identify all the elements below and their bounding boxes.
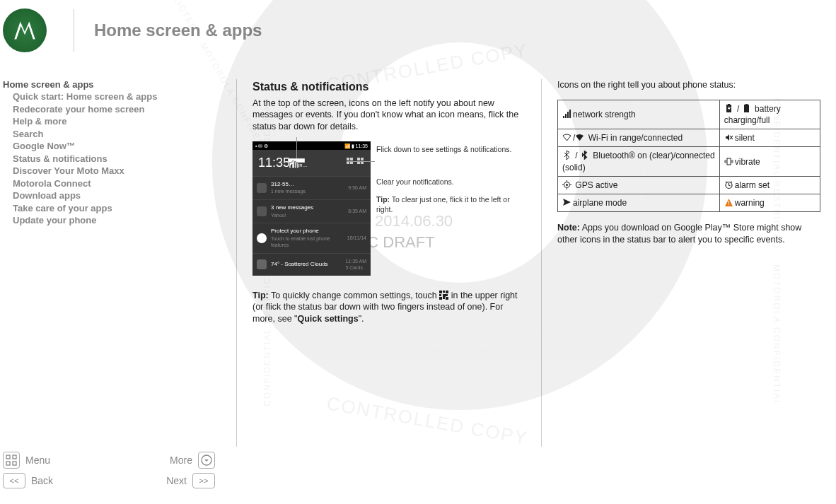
svg-rect-13: [443, 294, 446, 297]
weather-icon: [257, 259, 267, 269]
sidebar-item[interactable]: Search: [3, 128, 236, 141]
sidebar-item[interactable]: Motorola Connect: [3, 177, 236, 190]
drag-hand-icon: [288, 158, 305, 171]
svg-rect-12: [439, 294, 441, 296]
message-icon: [257, 183, 267, 193]
svg-rect-20: [744, 105, 749, 112]
svg-rect-9: [439, 291, 442, 293]
alarm-icon: [724, 180, 733, 189]
motorola-logo: [3, 8, 47, 52]
gps-icon: [562, 180, 571, 189]
svg-rect-10: [443, 291, 445, 293]
next-label: Next: [166, 475, 187, 486]
svg-rect-27: [728, 204, 729, 205]
moto-icon: [257, 233, 267, 243]
status-icons-table: network strength / battery charging/full…: [557, 100, 820, 212]
sidebar-item[interactable]: Google Now™: [3, 140, 236, 153]
annotation: Clear your notifications.: [376, 177, 526, 187]
notification-row: 74° - Scattered Clouds 11:35 AM 5 Cards: [252, 253, 371, 276]
signal-icon: [562, 110, 571, 119]
svg-point-24: [566, 184, 568, 186]
sidebar-heading[interactable]: Home screen & apps: [3, 79, 236, 90]
battery-full-icon: [742, 104, 751, 113]
section-heading: Status & notifications: [252, 79, 526, 95]
status-left-icons: ▪ ✉ ⚙: [255, 143, 268, 149]
sidebar-item[interactable]: Discover Your Moto Maxx: [3, 165, 236, 177]
sidebar-item[interactable]: Redecorate your home screen: [3, 103, 236, 116]
page-title: Home screen & apps: [94, 20, 262, 40]
column-2: Icons on the right tell you about phone …: [542, 79, 836, 447]
svg-rect-5: [357, 158, 360, 160]
notification-row: 3 new messagesYahoo! 8:35 AM: [252, 199, 371, 223]
back-label: Back: [31, 475, 53, 486]
more-button[interactable]: [198, 452, 215, 469]
silent-icon: [724, 133, 733, 142]
svg-rect-31: [13, 462, 16, 465]
sidebar-item[interactable]: Update your phone: [3, 214, 236, 227]
svg-rect-2: [350, 158, 353, 160]
header-divider: [74, 9, 74, 52]
svg-rect-6: [361, 158, 364, 160]
note-text: Note: Apps you download on Google Play™ …: [557, 222, 820, 246]
svg-rect-29: [13, 455, 16, 459]
svg-rect-28: [6, 455, 10, 459]
warning-icon: [724, 198, 733, 207]
body-text: Icons on the right tell you about phone …: [557, 79, 820, 91]
menu-label: Menu: [25, 455, 50, 466]
sidebar-item[interactable]: Take care of your apps: [3, 202, 236, 215]
svg-rect-15: [439, 297, 442, 300]
sidebar-item[interactable]: Quick start: Home screen & apps: [3, 90, 236, 103]
menu-button[interactable]: [3, 452, 20, 469]
tip-text: Tip: To quickly change common settings, …: [252, 290, 526, 326]
phone-mock: ▪ ✉ ⚙ 📶 ▮ 11:35 11:35 Sun… 312-55…1 new …: [252, 141, 371, 275]
body-text: At the top of the screen, icons on the l…: [252, 98, 526, 134]
status-right-icons: 📶 ▮ 11:35: [344, 143, 368, 149]
vibrate-icon: [724, 157, 733, 166]
sidebar-item[interactable]: Download apps: [3, 189, 236, 202]
sidebar-item[interactable]: Help & more: [3, 115, 236, 128]
mail-icon: [257, 206, 267, 216]
svg-rect-19: [728, 104, 730, 105]
airplane-icon: [562, 198, 571, 207]
bluetooth-outline-icon: [562, 151, 571, 160]
notification-row: Protect your phoneTouch to enable lost p…: [252, 223, 371, 253]
bluetooth-solid-icon: [580, 151, 589, 160]
clear-tiles-icon: [347, 158, 365, 168]
annotation: Tip: To clear just one, flick it to the …: [376, 194, 526, 214]
svg-rect-21: [745, 104, 748, 105]
wifi-solid-icon: [575, 133, 584, 142]
next-button[interactable]: >>: [192, 473, 215, 488]
svg-rect-22: [727, 158, 731, 165]
sidebar-item[interactable]: Status & notifications: [3, 153, 236, 165]
footer-nav: Menu More << Back Next >>: [3, 447, 215, 488]
battery-charging-icon: [724, 104, 733, 113]
annotation: Flick down to see settings & notificatio…: [376, 144, 526, 154]
column-1: Status & notifications At the top of the…: [237, 79, 541, 447]
settings-tiles-icon: [439, 291, 448, 300]
back-button[interactable]: <<: [3, 473, 25, 488]
more-label: More: [170, 455, 192, 466]
sidebar: Home screen & apps Quick start: Home scr…: [3, 79, 236, 447]
header: Home screen & apps: [0, 0, 836, 65]
wifi-outline-icon: [562, 133, 571, 142]
svg-rect-14: [446, 294, 448, 296]
svg-rect-16: [443, 297, 445, 299]
svg-rect-30: [6, 462, 10, 465]
svg-rect-26: [728, 201, 729, 204]
notification-row: 312-55…1 new message 9:56 AM: [252, 176, 371, 199]
svg-rect-1: [347, 158, 349, 160]
